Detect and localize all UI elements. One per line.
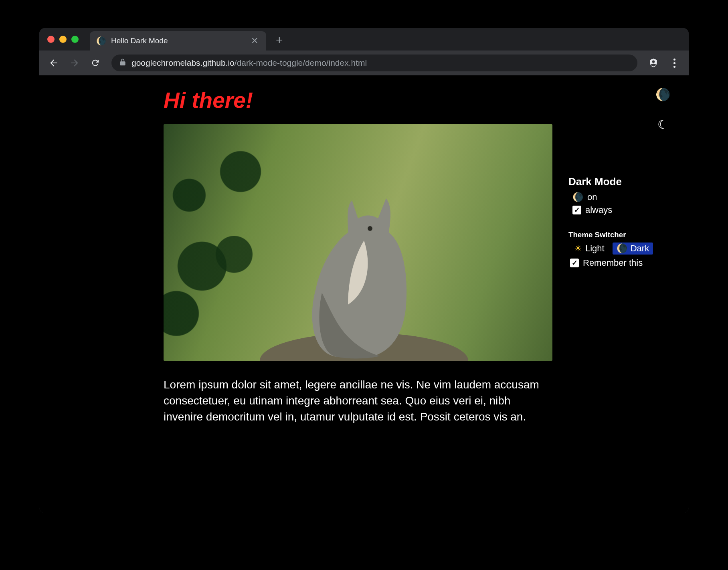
dark-mode-toggle-emoji[interactable]: 🌘 [655, 87, 670, 101]
body-paragraph: Lorem ipsum dolor sit amet, legere ancil… [164, 377, 548, 424]
corner-toggle-icons: 🌘 ☾ [655, 87, 670, 148]
tab-strip: 🌘 Hello Dark Mode ✕ + [39, 28, 689, 51]
page-viewport: Hi there! Lorem ipsum dolor sit amet, le… [39, 75, 689, 513]
reload-button[interactable] [87, 54, 104, 72]
dark-mode-title: Dark Mode [568, 176, 677, 188]
lock-icon [119, 58, 127, 68]
new-tab-button[interactable]: + [276, 33, 283, 47]
profile-icon [648, 58, 659, 68]
moon-icon: 🌘 [572, 192, 583, 202]
back-button[interactable] [45, 54, 63, 72]
theme-switcher-title: Theme Switcher [568, 230, 677, 239]
tab-favicon-icon: 🌘 [96, 36, 106, 46]
cat-illustration [288, 184, 432, 361]
browser-tab[interactable]: 🌘 Hello Dark Mode ✕ [90, 31, 266, 51]
main-content: Hi there! Lorem ipsum dolor sit amet, le… [164, 87, 552, 501]
tab-title: Hello Dark Mode [111, 36, 244, 45]
reload-icon [91, 58, 100, 68]
theme-switcher-panel: Theme Switcher ☀ Light 🌘 Dark ✓ Remember… [568, 230, 677, 268]
tab-close-button[interactable]: ✕ [249, 36, 261, 46]
foliage-decoration [164, 124, 292, 361]
toolbar: googlechromelabs.github.io/dark-mode-tog… [39, 51, 689, 75]
light-label: Light [585, 243, 605, 254]
url-host: googlechromelabs.github.io [131, 58, 235, 67]
maximize-window-button[interactable] [71, 36, 79, 43]
svg-point-0 [368, 226, 372, 231]
arrow-right-icon [69, 58, 80, 68]
page-heading: Hi there! [164, 87, 552, 113]
remember-label: Remember this [583, 258, 643, 268]
sun-icon: ☀ [574, 243, 582, 254]
profile-button[interactable] [645, 54, 662, 72]
theme-option-dark[interactable]: 🌘 Dark [613, 243, 653, 255]
browser-window: 🌘 Hello Dark Mode ✕ + googlechromelabs.g… [39, 28, 689, 513]
side-panel: 🌘 ☾ Dark Mode 🌘 on ✓ always Theme Switch… [552, 87, 677, 501]
theme-switcher-options: ☀ Light 🌘 Dark [570, 243, 677, 255]
dark-mode-state-row[interactable]: 🌘 on [572, 192, 677, 202]
menu-button[interactable] [665, 54, 683, 72]
always-label: always [585, 205, 612, 215]
moon-icon: 🌘 [617, 243, 627, 254]
dark-label: Dark [631, 243, 649, 254]
dark-mode-state-label: on [587, 192, 597, 202]
close-window-button[interactable] [47, 36, 55, 43]
arrow-left-icon [49, 58, 59, 68]
address-bar[interactable]: googlechromelabs.github.io/dark-mode-tog… [111, 55, 637, 71]
kebab-menu-icon [673, 59, 675, 68]
forward-button[interactable] [66, 54, 83, 72]
minimize-window-button[interactable] [59, 36, 67, 43]
remember-row[interactable]: ✓ Remember this [570, 258, 677, 268]
theme-option-light[interactable]: ☀ Light [570, 243, 609, 255]
dark-mode-toggle-glyph[interactable]: ☾ [655, 117, 670, 131]
dark-mode-panel: Dark Mode 🌘 on ✓ always [568, 176, 677, 215]
always-checkbox[interactable]: ✓ [572, 206, 581, 214]
dark-mode-always-row[interactable]: ✓ always [572, 205, 677, 215]
window-controls [47, 36, 79, 43]
url-path: /dark-mode-toggle/demo/index.html [235, 58, 367, 67]
url-text: googlechromelabs.github.io/dark-mode-tog… [131, 58, 367, 68]
remember-checkbox[interactable]: ✓ [570, 259, 579, 267]
hero-image [164, 124, 552, 361]
